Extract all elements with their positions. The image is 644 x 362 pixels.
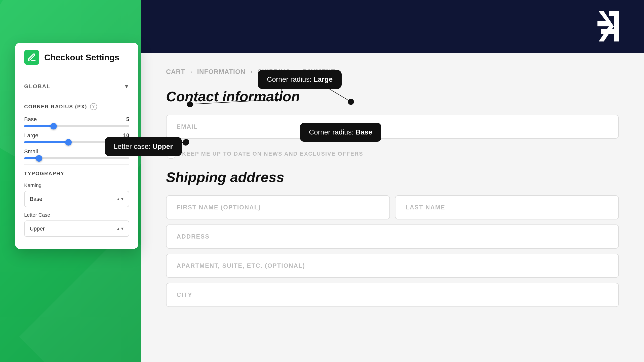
typography-label: TYPOGRAPHY (24, 171, 129, 176)
address-field[interactable]: ADDRESS (166, 224, 619, 249)
last-name-field[interactable]: LAST NAME (395, 195, 619, 219)
apartment-field[interactable]: APARTMENT, SUITE, ETC. (OPTIONAL) (166, 254, 619, 278)
kerning-label: Kerning (24, 183, 129, 188)
slider-small-track[interactable] (24, 157, 129, 159)
help-icon[interactable]: ? (90, 103, 97, 110)
slider-base-thumb[interactable] (50, 123, 57, 129)
logo-icon (584, 6, 624, 47)
breadcrumb-cart[interactable]: CART (166, 68, 185, 76)
settings-panel-title: Checkout Settings (44, 53, 119, 62)
letter-case-label: Letter Case (24, 212, 129, 218)
contact-section-title: Contact information (166, 88, 619, 105)
logo-area (584, 6, 624, 47)
slider-base-track[interactable] (24, 125, 129, 127)
kerning-select[interactable]: Base Small Large (24, 191, 129, 207)
settings-icon (24, 50, 39, 65)
newsletter-row: KEEP ME UP TO DATE ON NEWS AND EXCLUSIVE… (166, 144, 619, 164)
slider-small-thumb[interactable] (36, 155, 42, 162)
tooltip-letter-case: Letter case: Upper (105, 137, 182, 156)
checkout-header (141, 0, 644, 53)
letter-case-select-wrapper[interactable]: Upper Lower None ▲▼ (24, 220, 129, 237)
slider-large-fill (24, 141, 68, 143)
slider-large-thumb[interactable] (65, 139, 72, 146)
global-row[interactable]: GLOBAL ▼ (24, 79, 129, 96)
typography-section: TYPOGRAPHY Kerning Base Small Large ▲▼ L… (24, 164, 129, 237)
corner-radius-label: CORNER RADIUS (PX) ? (24, 103, 129, 110)
settings-body: GLOBAL ▼ CORNER RADIUS (PX) ? Base 5 Lar… (15, 72, 138, 249)
global-dropdown-arrow[interactable]: ▼ (124, 83, 129, 90)
email-field[interactable]: EMAIL (166, 115, 619, 139)
slider-base-fill (24, 125, 54, 127)
slider-base: Base 5 (24, 116, 129, 127)
newsletter-label: KEEP ME UP TO DATE ON NEWS AND EXCLUSIVE… (182, 151, 363, 157)
slider-small-label: Small (24, 148, 38, 155)
slider-base-value: 5 (126, 116, 129, 123)
tooltip-corner-large: Corner radius: Large (258, 70, 342, 89)
slider-large-label: Large (24, 132, 38, 139)
breadcrumb-sep-2: › (251, 69, 252, 75)
settings-header: Checkout Settings (15, 43, 138, 72)
slider-base-label: Base (24, 116, 37, 123)
letter-case-select[interactable]: Upper Lower None (24, 220, 129, 237)
breadcrumb: CART › INFORMATION › SHIPPING › PAYMENT (166, 68, 619, 76)
global-label: GLOBAL (24, 83, 51, 90)
first-name-field[interactable]: FIRST NAME (OPTIONAL) (166, 195, 390, 219)
name-row: FIRST NAME (OPTIONAL) LAST NAME (166, 195, 619, 219)
svg-rect-2 (601, 29, 616, 34)
tooltip-corner-base: Corner radius: Base (300, 123, 381, 142)
breadcrumb-information[interactable]: INFORMATION (197, 68, 246, 76)
shipping-section-title: Shipping address (166, 169, 619, 185)
checkout-content: CART › INFORMATION › SHIPPING › PAYMENT … (141, 53, 644, 362)
city-field[interactable]: CITY (166, 283, 619, 307)
kerning-select-wrapper[interactable]: Base Small Large ▲▼ (24, 191, 129, 207)
right-panel: CART › INFORMATION › SHIPPING › PAYMENT … (141, 0, 644, 362)
breadcrumb-sep-1: › (190, 69, 192, 75)
